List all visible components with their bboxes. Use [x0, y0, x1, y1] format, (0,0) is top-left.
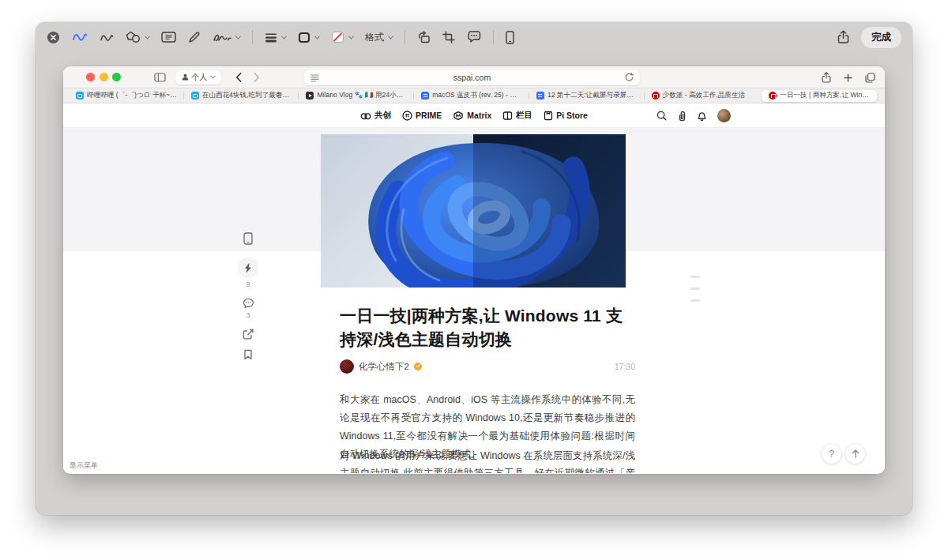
shapes-tool-button[interactable]: [126, 31, 149, 43]
article-title: 一日一技|两种方案,让 Windows 11 支持深/浅色主题自动切换: [340, 304, 635, 351]
sidebar-toggle-button[interactable]: [154, 73, 166, 82]
new-tab-button[interactable]: [844, 73, 852, 82]
tab-bilibili-home[interactable]: 哔哩哔哩 (゜-゜)つロ 干杯~-bilibili: [69, 90, 184, 102]
done-button[interactable]: 完成: [861, 27, 901, 48]
mobile-icon: [243, 232, 253, 245]
shapes-tool-icon: [126, 31, 141, 43]
chevron-down-icon: [209, 73, 215, 79]
chevron-down-icon: [348, 33, 354, 39]
author-name[interactable]: 化学心情下2: [359, 361, 409, 373]
site-nav-right: [656, 103, 731, 128]
toolbar-divider: [404, 30, 405, 44]
shape-style-icon: [298, 32, 310, 43]
profile-button[interactable]: 个人: [175, 70, 221, 85]
comment-icon: [467, 31, 481, 43]
signature-tool-button[interactable]: [213, 32, 240, 43]
tab-bar: 哔哩哔哩 (゜-゜)つロ 干杯~-bilibili 在山西花4块钱,吃到了最奢侈…: [63, 88, 885, 103]
nav-item-gongchuang[interactable]: 共创: [360, 110, 391, 121]
color-swatch-button[interactable]: [331, 31, 353, 43]
article-hero-image: [321, 134, 626, 288]
crop-icon: [442, 31, 455, 43]
like-button[interactable]: [238, 257, 258, 278]
sidebar-icon: [154, 73, 166, 82]
tab-bilibili-video[interactable]: 在山西花4块钱,吃到了最奢侈的“...: [184, 90, 299, 102]
nav-item-lanmu[interactable]: 栏目: [502, 110, 532, 121]
draw-tool-icon: [100, 32, 114, 43]
docs-favicon: [536, 92, 544, 100]
traffic-close-button[interactable]: [86, 73, 95, 81]
mobile-view-button[interactable]: [243, 232, 253, 245]
back-button[interactable]: [235, 73, 242, 82]
tab-macos-book[interactable]: macOS 蓝皮书 (rev. 25) - 飞书云...: [414, 90, 529, 102]
publish-time: 17:30: [615, 362, 635, 371]
sign-pen-icon: [188, 31, 201, 43]
article-paragraph: 对 Windows 的用户来说,要想让 Windows 在系统层面支持系统深/浅…: [340, 448, 635, 473]
person-icon: [182, 73, 189, 81]
chevron-left-icon: [235, 73, 242, 82]
bookmark-icon: [243, 349, 253, 360]
share-icon: [822, 72, 831, 83]
toolbar-divider: [252, 30, 253, 44]
text-tool-button[interactable]: [161, 32, 176, 43]
reload-button[interactable]: [625, 73, 634, 82]
tab-day-twelve[interactable]: 12 第十二天:让截屏与录屏简单一-...: [529, 90, 645, 102]
tab-sspai-home[interactable]: 少数派 - 高效工作,品质生活: [645, 90, 760, 102]
shape-style-button[interactable]: [298, 32, 319, 43]
arrow-up-icon: [852, 449, 860, 458]
site-notifications-button[interactable]: [697, 111, 707, 121]
bilibili-favicon: [76, 92, 84, 100]
sketch-tool-button[interactable]: [72, 31, 88, 43]
browser-share-button[interactable]: [822, 72, 831, 83]
markup-window: 格式: [36, 22, 912, 515]
forward-button[interactable]: [254, 73, 260, 82]
tab-milano-vlog[interactable]: Milano Vlog 🐾 🇮🇹 用24小时爱上...: [299, 90, 414, 102]
user-avatar[interactable]: [717, 109, 731, 122]
reader-icon[interactable]: [310, 73, 319, 82]
tab-article-active[interactable]: 一日一技 | 两种方案,让 Windows...: [762, 90, 877, 102]
draw-tool-button[interactable]: [100, 32, 114, 43]
sign-pen-button[interactable]: [188, 31, 201, 43]
nav-item-pi-store[interactable]: Pi Store: [544, 111, 588, 121]
crop-button[interactable]: [442, 31, 455, 43]
traffic-zoom-button[interactable]: [112, 73, 121, 81]
columns-icon: [502, 111, 513, 121]
plus-icon: [844, 73, 852, 82]
nav-item-prime[interactable]: PRIME: [402, 111, 442, 121]
nav-item-matrix[interactable]: Matrix: [453, 111, 491, 121]
video-favicon: [306, 92, 314, 100]
chevron-down-icon: [145, 33, 150, 39]
format-menu-button[interactable]: 格式: [365, 31, 393, 44]
tab-overview-button[interactable]: [865, 73, 875, 83]
rotate-button[interactable]: [417, 31, 431, 43]
browser-toolbar: 个人: [63, 66, 885, 88]
traffic-minimize-button[interactable]: [100, 73, 108, 81]
chevron-down-icon: [235, 33, 241, 39]
docs-favicon: [421, 92, 429, 100]
close-button[interactable]: [47, 31, 60, 44]
chevron-down-icon: [388, 33, 393, 39]
line-weight-button[interactable]: [265, 32, 286, 43]
address-bar[interactable]: sspai.com: [304, 70, 640, 85]
toc-dash: [690, 299, 700, 302]
community-icon: [360, 111, 371, 121]
scroll-top-button[interactable]: [845, 444, 865, 464]
author-avatar[interactable]: [340, 359, 354, 374]
share-article-button[interactable]: [243, 329, 254, 340]
format-label: 格式: [365, 31, 384, 44]
bolt-icon: [244, 263, 252, 273]
line-weight-icon: [265, 32, 277, 43]
comment-button[interactable]: [467, 31, 481, 43]
status-bar-text: 显示菜单: [70, 460, 98, 471]
help-button[interactable]: ?: [822, 444, 841, 464]
markup-toolbar: 格式: [36, 22, 912, 52]
device-button[interactable]: [506, 31, 514, 44]
matrix-icon: [453, 111, 464, 121]
chevron-down-icon: [314, 33, 320, 39]
comment-button-article[interactable]: [243, 298, 254, 309]
site-submit-button[interactable]: [677, 111, 687, 121]
tab-overview-icon: [865, 73, 875, 83]
share-button[interactable]: [837, 30, 849, 44]
site-search-button[interactable]: [656, 111, 667, 121]
bookmark-button[interactable]: [243, 349, 253, 360]
article-action-rail: 9 3: [237, 232, 259, 360]
